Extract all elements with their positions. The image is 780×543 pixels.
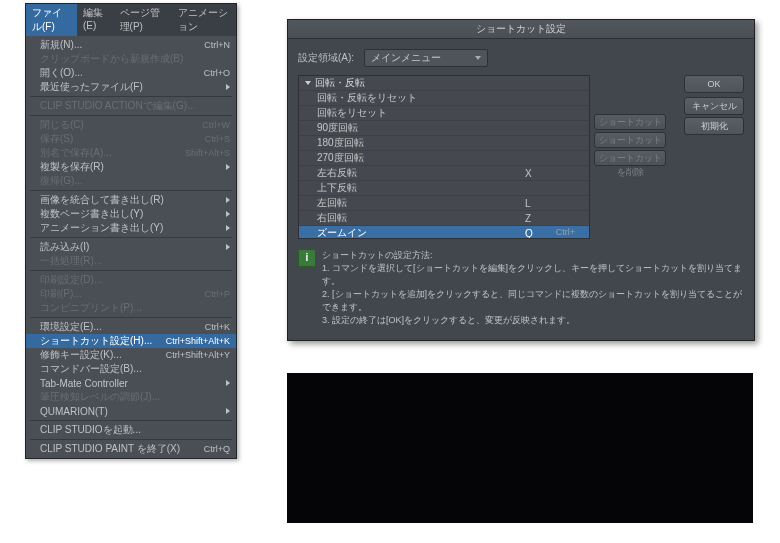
menu-item-label: アニメーション書き出し(Y): [40, 221, 222, 235]
menu-item[interactable]: アニメーション書き出し(Y): [26, 221, 236, 235]
tree-group-header[interactable]: 回転・反転: [299, 76, 589, 91]
submenu-arrow-icon: [226, 197, 230, 203]
menu-item[interactable]: CLIP STUDIO PAINT を終了(X)Ctrl+Q: [26, 442, 236, 456]
menu-item[interactable]: Tab-Mate Controller: [26, 376, 236, 390]
tree-row-label: 270度回転: [317, 151, 525, 165]
menu-item-label: 新規(N)...: [40, 38, 198, 52]
chevron-down-icon: [475, 56, 481, 60]
help-title: ショートカットの設定方法:: [322, 249, 744, 262]
menubar-item[interactable]: 編集(E): [77, 4, 114, 36]
menu-item-label: CLIP STUDIOを起動...: [40, 423, 230, 437]
tree-row[interactable]: 回転をリセット: [299, 106, 589, 121]
menu-item[interactable]: 新規(N)...Ctrl+N: [26, 38, 236, 52]
menu-separator: [30, 420, 232, 421]
menu-item-label: 読み込み(I): [40, 240, 222, 254]
area-label: 設定領域(A):: [298, 51, 354, 65]
menu-item-label: Tab-Mate Controller: [40, 378, 222, 389]
menu-item-label: CLIP STUDIO PAINT を終了(X): [40, 442, 198, 456]
area-dropdown-value: メインメニュー: [371, 51, 441, 65]
menu-item[interactable]: 複製を保存(R): [26, 160, 236, 174]
menu-item-shortcut: Ctrl+S: [205, 134, 230, 144]
shortcut-delete-button[interactable]: ショートカットを削除: [594, 150, 666, 166]
shortcut-settings-dialog: ショートカット設定 設定領域(A): メインメニュー OK キャンセル 初期化 …: [287, 19, 755, 341]
menu-item[interactable]: 複数ページ書き出し(Y): [26, 207, 236, 221]
menu-item[interactable]: 開く(O)...Ctrl+O: [26, 66, 236, 80]
menubar-item[interactable]: ページ管理(P): [114, 4, 173, 36]
tree-row-label: 左回転: [317, 196, 525, 210]
tree-row[interactable]: 90度回転: [299, 121, 589, 136]
tree-row-label: 上下反転: [317, 181, 525, 195]
tree-row[interactable]: 右回転Z: [299, 211, 589, 226]
collapse-icon: [305, 81, 311, 85]
tree-row-label: 180度回転: [317, 136, 525, 150]
tree-row-label: ズームイン: [317, 226, 525, 239]
menu-item-shortcut: Ctrl+N: [204, 40, 230, 50]
tree-row[interactable]: 回転・反転をリセット: [299, 91, 589, 106]
shortcut-tree[interactable]: 回転・反転回転・反転をリセット回転をリセット90度回転180度回転270度回転左…: [298, 75, 590, 239]
tree-row-shortcut: L: [525, 198, 585, 209]
tree-row-label: 左右反転: [317, 166, 525, 180]
menu-item-shortcut: Ctrl+W: [202, 120, 230, 130]
shortcut-add-button[interactable]: ショートカットを追加: [594, 132, 666, 148]
black-panel: [287, 373, 753, 523]
help-section: i ショートカットの設定方法: 1. コマンドを選択して[ショートカットを編集]…: [298, 249, 744, 327]
cancel-button[interactable]: キャンセル: [684, 97, 744, 115]
menu-item[interactable]: コマンドバー設定(B)...: [26, 362, 236, 376]
menu-item: クリップボードから新規作成(B): [26, 52, 236, 66]
tree-row-shortcut: Z: [525, 213, 585, 224]
menu-item-shortcut: Ctrl+P: [205, 289, 230, 299]
menu-item-shortcut: Ctrl+Q: [204, 444, 230, 454]
ok-button[interactable]: OK: [684, 75, 744, 93]
menubar-item[interactable]: アニメーション: [172, 4, 236, 36]
menu-item: CLIP STUDIO ACTIONで編集(G)...: [26, 99, 236, 113]
tree-row[interactable]: 左回転L: [299, 196, 589, 211]
tree-row[interactable]: 180度回転: [299, 136, 589, 151]
tree-row-shortcut: X: [525, 168, 585, 179]
menu-item-label: CLIP STUDIO ACTIONで編集(G)...: [40, 99, 230, 113]
submenu-arrow-icon: [226, 244, 230, 250]
menu-item[interactable]: 最近使ったファイル(F): [26, 80, 236, 94]
tree-extra-label: Ctrl+: [556, 227, 575, 237]
menu-item-label: 環境設定(E)...: [40, 320, 199, 334]
shortcut-action-buttons: ショートカットを編集 ショートカットを追加 ショートカットを削除: [594, 114, 666, 166]
menu-item-label: ショートカット設定(H)...: [40, 334, 160, 348]
menu-item-shortcut: Ctrl+O: [204, 68, 230, 78]
menu-item: コンビニプリント(P)...: [26, 301, 236, 315]
help-line-2: 2. [ショートカットを追加]をクリックすると、同じコマンドに複数のショートカッ…: [322, 288, 744, 314]
menu-item[interactable]: 環境設定(E)...Ctrl+K: [26, 320, 236, 334]
menu-item[interactable]: CLIP STUDIOを起動...: [26, 423, 236, 437]
menu-item[interactable]: 修飾キー設定(K)...Ctrl+Shift+Alt+Y: [26, 348, 236, 362]
area-dropdown[interactable]: メインメニュー: [364, 49, 488, 67]
menu-separator: [30, 96, 232, 97]
menu-item-label: 復帰(G)...: [40, 174, 230, 188]
menu-item-label: 印刷(P)...: [40, 287, 199, 301]
menu-item[interactable]: QUMARION(T): [26, 404, 236, 418]
menu-separator: [30, 317, 232, 318]
help-line-3: 3. 設定の終了は[OK]をクリックすると、変更が反映されます。: [322, 314, 744, 327]
submenu-arrow-icon: [226, 408, 230, 414]
menubar-item[interactable]: ファイル(F): [26, 4, 77, 36]
help-line-1: 1. コマンドを選択して[ショートカットを編集]をクリックし、キーを押してショー…: [322, 262, 744, 288]
menu-item[interactable]: 画像を統合して書き出し(R): [26, 193, 236, 207]
tree-row[interactable]: 上下反転: [299, 181, 589, 196]
tree-row-label: 回転をリセット: [317, 106, 525, 120]
menu-item: 筆圧検知レベルの調節(J)...: [26, 390, 236, 404]
menu-item: 閉じる(C)Ctrl+W: [26, 118, 236, 132]
submenu-arrow-icon: [226, 164, 230, 170]
menu-item[interactable]: 読み込み(I): [26, 240, 236, 254]
menu-item-label: 開く(O)...: [40, 66, 198, 80]
tree-row[interactable]: 左右反転X: [299, 166, 589, 181]
tree-row[interactable]: 270度回転: [299, 151, 589, 166]
shortcut-edit-button[interactable]: ショートカットを編集: [594, 114, 666, 130]
tree-row[interactable]: ズームインQ: [299, 226, 589, 239]
menu-item-shortcut: Ctrl+Shift+Alt+Y: [166, 350, 230, 360]
menu-item-shortcut: Ctrl+K: [205, 322, 230, 332]
menu-item[interactable]: ショートカット設定(H)...Ctrl+Shift+Alt+K: [26, 334, 236, 348]
dialog-title: ショートカット設定: [288, 20, 754, 39]
menu-item: 印刷(P)...Ctrl+P: [26, 287, 236, 301]
submenu-arrow-icon: [226, 84, 230, 90]
file-menu-panel: ファイル(F)編集(E)ページ管理(P)アニメーション 新規(N)...Ctrl…: [25, 3, 237, 459]
info-icon: i: [298, 249, 316, 267]
reset-button[interactable]: 初期化: [684, 117, 744, 135]
tree-row-label: 右回転: [317, 211, 525, 225]
